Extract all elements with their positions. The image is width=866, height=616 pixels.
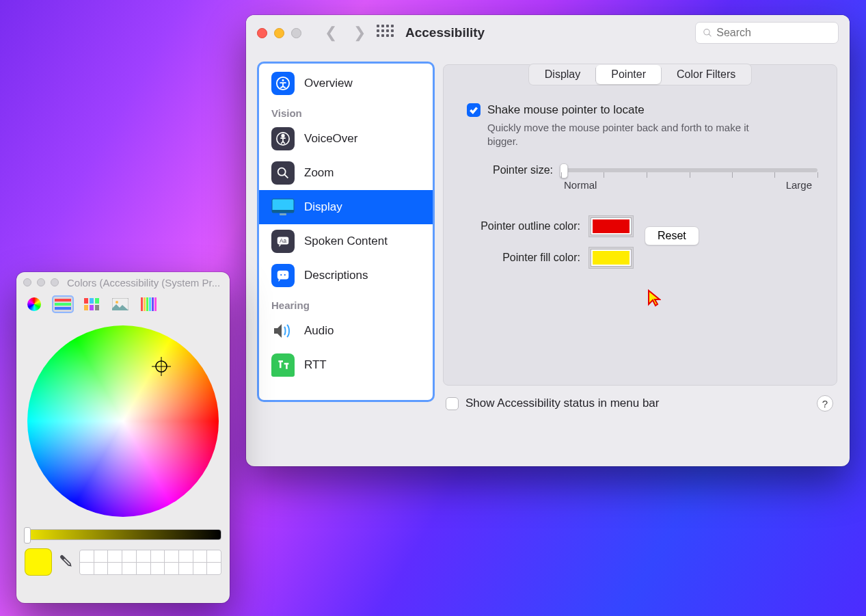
forward-icon: ❯ (353, 24, 366, 42)
slider-max-label: Large (786, 179, 812, 191)
cursor-icon (647, 289, 661, 310)
svg-rect-20 (90, 298, 94, 304)
svg-rect-32 (154, 297, 157, 311)
svg-point-0 (704, 29, 709, 35)
eyedropper-icon[interactable] (59, 554, 72, 571)
slider-knob[interactable] (24, 527, 31, 544)
sidebar-item-label: Descriptions (304, 269, 368, 282)
wheel-tab[interactable] (23, 295, 45, 313)
audio-icon (271, 319, 295, 343)
colors-title: Colors (Accessibility (System Pr... (67, 277, 220, 289)
fill-color-label: Pointer fill color: (457, 252, 580, 264)
svg-text:Aa: Aa (280, 238, 287, 244)
pointer-settings-card: Display Pointer Color Filters Shake mous… (443, 64, 837, 386)
sidebar-heading-hearing: Hearing (259, 293, 433, 314)
search-field[interactable] (695, 22, 839, 44)
colors-titlebar: Colors (Accessibility (System Pr... (16, 272, 230, 293)
pointer-size-slider[interactable] (561, 168, 817, 172)
zoom-icon (271, 161, 295, 185)
saved-swatches[interactable] (79, 550, 221, 575)
outline-color-swatch[interactable] (588, 215, 634, 237)
svg-rect-27 (141, 297, 143, 311)
svg-rect-10 (280, 213, 286, 215)
svg-rect-22 (84, 305, 88, 310)
sidebar-item-audio[interactable]: Audio (259, 314, 433, 348)
outline-color-label: Pointer outline color: (457, 220, 580, 232)
svg-rect-23 (90, 305, 94, 310)
svg-rect-17 (55, 303, 71, 306)
nav-arrows: ❮ ❯ (325, 24, 366, 42)
close-icon[interactable] (23, 278, 31, 286)
footer: Show Accessibility status in menu bar ? (443, 386, 837, 421)
help-button[interactable]: ? (817, 395, 833, 412)
fill-color-swatch[interactable] (588, 247, 634, 269)
grid-icon[interactable] (377, 25, 393, 41)
svg-rect-18 (55, 307, 71, 310)
sidebar-item-display[interactable]: Display (259, 190, 433, 224)
sidebar: Overview Vision VoiceOver Zoom (257, 62, 435, 402)
svg-rect-19 (84, 298, 88, 304)
minimize-icon[interactable] (274, 28, 284, 38)
sliders-icon (55, 298, 71, 310)
sidebar-item-label: Spoken Content (304, 235, 388, 248)
menubar-status-checkbox[interactable] (446, 397, 459, 410)
sidebar-item-rtt[interactable]: RTT (259, 348, 433, 382)
svg-rect-29 (146, 297, 148, 311)
sidebar-item-label: Overview (304, 77, 353, 90)
svg-point-15 (284, 274, 286, 276)
colors-window: Colors (Accessibility (System Pr... (16, 272, 230, 603)
svg-rect-31 (152, 297, 154, 311)
reset-button[interactable]: Reset (645, 226, 699, 245)
shake-label: Shake mouse pointer to locate (487, 103, 645, 117)
tab-color-filters[interactable]: Color Filters (662, 65, 750, 84)
svg-rect-16 (55, 299, 71, 302)
svg-point-26 (116, 301, 118, 304)
search-input[interactable] (716, 27, 831, 39)
svg-rect-24 (95, 305, 99, 310)
fullscreen-icon (291, 28, 301, 38)
content-pane: Display Pointer Color Filters Shake mous… (443, 62, 837, 466)
svg-rect-13 (278, 271, 289, 280)
sidebar-item-descriptions[interactable]: Descriptions (259, 258, 433, 293)
svg-point-4 (282, 135, 284, 137)
accessibility-window: ❮ ❯ Accessibility Overview Vision (246, 15, 850, 466)
window-controls (257, 28, 301, 38)
overview-icon (271, 72, 295, 95)
tab-pointer[interactable]: Pointer (596, 65, 661, 84)
sidebar-item-spoken-content[interactable]: Aa Spoken Content (259, 224, 433, 258)
svg-point-14 (280, 274, 282, 276)
image-tab[interactable] (109, 295, 131, 313)
sidebar-item-voiceover[interactable]: VoiceOver (259, 122, 433, 156)
descriptions-icon (271, 264, 295, 287)
svg-rect-30 (149, 297, 151, 311)
sidebar-item-overview[interactable]: Overview (259, 66, 433, 101)
palettes-tab[interactable] (81, 295, 103, 313)
svg-rect-9 (272, 210, 294, 213)
brightness-slider[interactable] (25, 529, 221, 540)
toolbar: ❮ ❯ Accessibility (246, 15, 850, 51)
svg-point-3 (282, 79, 284, 81)
spoken-content-icon: Aa (271, 230, 295, 253)
color-wheel-icon (27, 297, 41, 311)
color-wheel[interactable] (16, 319, 230, 524)
tab-display[interactable]: Display (530, 65, 595, 84)
close-icon[interactable] (257, 28, 267, 38)
voiceover-icon (271, 127, 295, 150)
sidebar-item-label: Zoom (304, 166, 334, 180)
sliders-tab[interactable] (52, 295, 74, 313)
image-icon (112, 298, 128, 310)
pointer-size-label: Pointer size: (485, 164, 553, 176)
minimize-icon (37, 278, 45, 286)
svg-rect-21 (95, 298, 99, 304)
palette-icon (84, 298, 99, 310)
shake-checkbox[interactable] (467, 103, 481, 117)
sidebar-item-label: VoiceOver (304, 132, 357, 146)
sidebar-item-zoom[interactable]: Zoom (259, 156, 433, 190)
pencils-icon (140, 297, 158, 311)
sidebar-heading-vision: Vision (259, 101, 433, 122)
current-color-swatch[interactable] (25, 548, 52, 576)
pencils-tab[interactable] (138, 295, 160, 313)
slider-min-label: Normal (564, 179, 597, 191)
back-icon[interactable]: ❮ (325, 24, 337, 42)
shake-help-text: Quickly move the mouse pointer back and … (487, 121, 781, 149)
